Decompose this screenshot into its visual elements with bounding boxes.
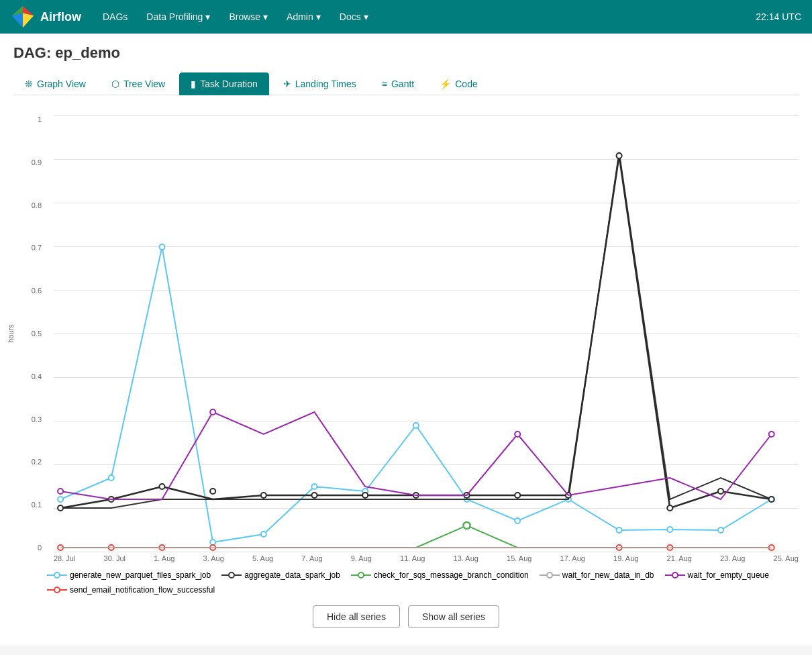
- landing-times-icon: ✈: [283, 79, 291, 89]
- legend-line-aggregate-spark: [221, 571, 242, 579]
- page-content: DAG: ep_demo ❊ Graph View ⬡ Tree View ▮ …: [0, 34, 812, 646]
- nav-link-browse[interactable]: Browse ▾: [221, 6, 276, 28]
- chart-container: 1 0.9 0.8 0.7 0.6 0.5 0.4 0.3 0.2 0.1 0 …: [13, 109, 799, 635]
- svg-point-24: [362, 493, 368, 498]
- svg-point-7: [261, 532, 266, 537]
- dropdown-caret-icon: ▾: [205, 11, 210, 22]
- legend-line-wait-new-data: [540, 571, 560, 579]
- svg-point-12: [515, 518, 520, 523]
- svg-point-4: [109, 475, 114, 481]
- legend-line-generate-parquet: [47, 571, 67, 579]
- nav-item-browse: Browse ▾: [221, 6, 276, 28]
- grid-line-11: [54, 552, 799, 552]
- svg-point-33: [58, 489, 63, 494]
- legend-line-check-sqs: [351, 571, 371, 579]
- dropdown-caret-icon: ▾: [316, 11, 321, 22]
- show-all-series-button[interactable]: Show all series: [408, 605, 499, 628]
- chart-wrap: 1 0.9 0.8 0.7 0.6 0.5 0.4 0.3 0.2 0.1 0 …: [13, 115, 799, 562]
- svg-point-35: [515, 432, 520, 437]
- legend-item-send-email[interactable]: send_email_notification_flow_successful: [47, 585, 215, 595]
- legend-item-wait-new-data[interactable]: wait_for_new_data_in_db: [540, 570, 654, 580]
- chart-svg: [54, 115, 799, 552]
- svg-point-29: [617, 153, 622, 158]
- x-axis: 28. Jul 30. Jul 1. Aug 3. Aug 5. Aug 7. …: [54, 552, 799, 562]
- svg-point-30: [667, 505, 672, 511]
- svg-point-10: [413, 423, 419, 428]
- svg-point-54: [672, 572, 678, 578]
- svg-marker-2: [12, 13, 23, 28]
- graph-view-icon: ❊: [25, 79, 33, 89]
- svg-point-22: [261, 493, 266, 498]
- svg-point-46: [54, 572, 60, 578]
- svg-point-16: [718, 527, 723, 533]
- tab-landing-times[interactable]: ✈ Landing Times: [272, 72, 368, 95]
- code-icon: ⚡: [440, 79, 451, 89]
- svg-point-27: [515, 493, 520, 498]
- line-aggregate-spark: [60, 156, 772, 508]
- svg-point-34: [210, 409, 215, 415]
- tab-code[interactable]: ⚡ Code: [428, 72, 489, 95]
- dropdown-caret-icon: ▾: [263, 11, 268, 22]
- tabs-bar: ❊ Graph View ⬡ Tree View ▮ Task Duration…: [13, 72, 799, 95]
- dropdown-caret-icon: ▾: [364, 11, 368, 22]
- legend-item-generate-parquet[interactable]: generate_new_parquet_files_spark_job: [47, 570, 211, 580]
- line-aggregate-dark: [60, 152, 772, 508]
- y-axis: 1 0.9 0.8 0.7 0.6 0.5 0.4 0.3 0.2 0.1 0: [13, 115, 47, 552]
- svg-point-56: [54, 587, 60, 593]
- legend-line-wait-empty-queue: [665, 571, 685, 579]
- svg-point-52: [547, 572, 552, 578]
- legend-line-send-email: [47, 586, 67, 594]
- legend-item-wait-empty-queue[interactable]: wait_for_empty_queue: [665, 570, 769, 580]
- chart-inner: 1 0.9 0.8 0.7 0.6 0.5 0.4 0.3 0.2 0.1 0 …: [13, 115, 799, 552]
- nav-link-dags[interactable]: DAGs: [95, 6, 136, 28]
- brand-link[interactable]: Airflow: [11, 5, 81, 29]
- task-duration-icon: ▮: [191, 79, 196, 89]
- tab-graph-view[interactable]: ❊ Graph View: [13, 72, 97, 95]
- nav-item-docs: Docs ▾: [332, 6, 376, 28]
- dag-title: DAG: ep_demo: [13, 44, 799, 62]
- legend-item-check-sqs[interactable]: check_for_sqs_message_branch_condition: [351, 570, 529, 580]
- svg-point-15: [667, 527, 672, 532]
- svg-point-8: [311, 484, 317, 489]
- nav-item-admin: Admin ▾: [278, 6, 329, 28]
- svg-point-18: [58, 505, 63, 511]
- nav-time: 22:14 UTC: [756, 11, 801, 22]
- svg-point-5: [159, 244, 164, 250]
- svg-point-32: [769, 497, 774, 502]
- nav-item-dags: DAGs: [95, 6, 136, 28]
- svg-point-23: [311, 493, 317, 498]
- nav-item-profiling: Data Profiling ▾: [138, 6, 218, 28]
- line-check-sqs: [60, 525, 772, 548]
- gantt-icon: ≡: [382, 79, 387, 89]
- y-axis-label: hours: [7, 324, 15, 343]
- nav-link-docs[interactable]: Docs ▾: [332, 6, 376, 28]
- tab-gantt[interactable]: ≡ Gantt: [370, 72, 425, 95]
- svg-point-21: [210, 489, 215, 494]
- svg-point-50: [358, 572, 364, 578]
- nav-link-profiling[interactable]: Data Profiling ▾: [138, 6, 218, 28]
- chart-plot: [54, 115, 799, 552]
- svg-point-48: [229, 572, 234, 578]
- svg-point-6: [210, 540, 215, 545]
- hide-all-series-button[interactable]: Hide all series: [313, 605, 400, 628]
- svg-marker-3: [23, 13, 34, 28]
- svg-point-14: [617, 527, 622, 533]
- dot-generate-parquet: [58, 497, 63, 502]
- airflow-logo: [11, 5, 35, 29]
- svg-point-20: [159, 484, 164, 489]
- svg-point-37: [464, 522, 470, 529]
- svg-point-31: [718, 489, 723, 494]
- chart-legend: generate_new_parquet_files_spark_job agg…: [13, 570, 799, 595]
- navbar: Airflow DAGs Data Profiling ▾ Browse ▾ A…: [0, 0, 812, 34]
- tab-tree-view[interactable]: ⬡ Tree View: [100, 72, 176, 95]
- tab-task-duration[interactable]: ▮ Task Duration: [179, 72, 269, 95]
- brand-text: Airflow: [40, 10, 81, 24]
- tree-view-icon: ⬡: [111, 79, 119, 89]
- y-axis-area: 1 0.9 0.8 0.7 0.6 0.5 0.4 0.3 0.2 0.1 0 …: [13, 115, 54, 552]
- nav-link-admin[interactable]: Admin ▾: [278, 6, 329, 28]
- legend-item-aggregate-spark[interactable]: aggregate_data_spark_job: [221, 570, 340, 580]
- chart-button-row: Hide all series Show all series: [13, 605, 799, 628]
- svg-point-36: [769, 432, 774, 437]
- nav-list: DAGs Data Profiling ▾ Browse ▾ Admin ▾ D…: [95, 6, 756, 28]
